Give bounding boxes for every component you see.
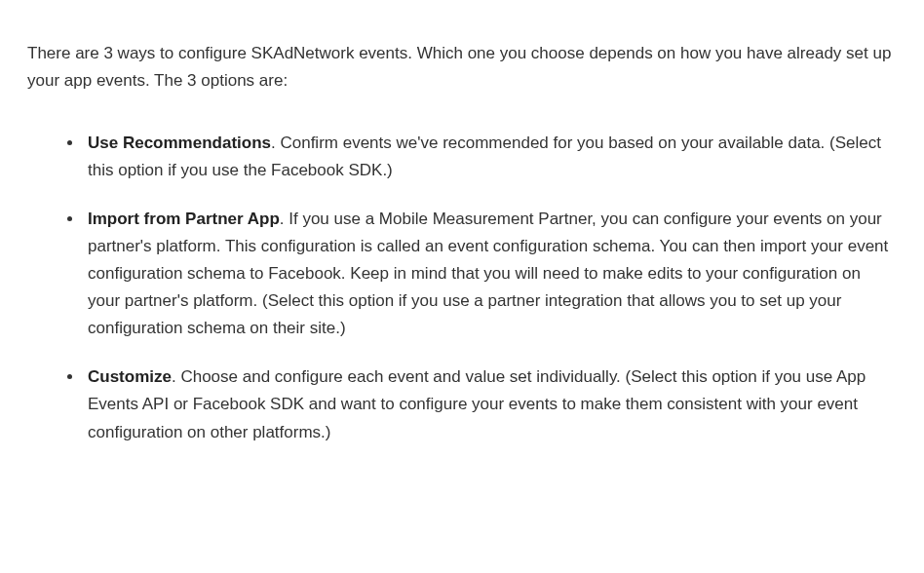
list-item: Use Recommendations. Confirm events we'v… — [84, 130, 897, 184]
list-item: Import from Partner App. If you use a Mo… — [84, 206, 897, 342]
option-desc: . Choose and configure each event and va… — [88, 367, 866, 440]
option-title: Use Recommendations — [88, 134, 271, 152]
intro-paragraph: There are 3 ways to configure SKAdNetwor… — [27, 40, 897, 95]
options-list: Use Recommendations. Confirm events we'v… — [27, 130, 897, 445]
list-item: Customize. Choose and configure each eve… — [84, 363, 897, 445]
option-title: Import from Partner App — [88, 210, 280, 228]
option-desc: . If you use a Mobile Measurement Partne… — [88, 210, 888, 337]
option-title: Customize — [88, 367, 172, 386]
